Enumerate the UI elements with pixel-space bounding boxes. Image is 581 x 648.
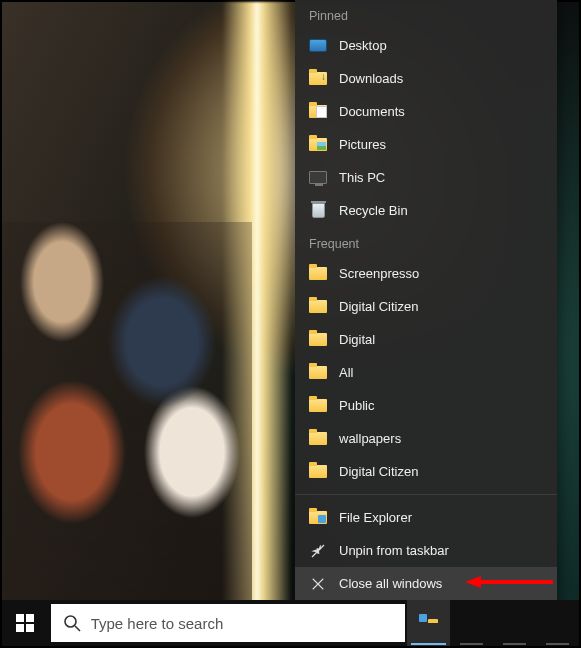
jumplist-item-documents[interactable]: Documents <box>295 95 557 128</box>
start-button[interactable] <box>2 600 49 646</box>
file-explorer-jumplist: Pinned Desktop Downloads Documents Pictu… <box>295 0 557 600</box>
folder-icon <box>309 265 327 283</box>
jumplist-item-label: Screenpresso <box>339 266 419 281</box>
folder-icon <box>309 397 327 415</box>
jumplist-item-frequent[interactable]: Digital Citizen <box>295 455 557 488</box>
jumplist-item-label: All <box>339 365 353 380</box>
svg-point-9 <box>65 616 76 627</box>
svg-rect-6 <box>26 614 34 622</box>
taskbar <box>2 600 579 646</box>
folder-icon <box>309 463 327 481</box>
folder-icon <box>309 430 327 448</box>
jumplist-item-label: Desktop <box>339 38 387 53</box>
jumplist-group-header-pinned: Pinned <box>295 0 557 29</box>
jumplist-unpin-from-taskbar[interactable]: Unpin from taskbar <box>295 534 557 567</box>
folder-icon <box>309 331 327 349</box>
jumplist-item-frequent[interactable]: Digital Citizen <box>295 290 557 323</box>
jumplist-close-all-windows[interactable]: Close all windows <box>295 567 557 600</box>
svg-rect-5 <box>16 614 24 622</box>
windows-logo-icon <box>16 614 34 632</box>
recycle-bin-icon <box>309 202 327 220</box>
jumplist-item-recycle-bin[interactable]: Recycle Bin <box>295 194 557 227</box>
jumplist-item-desktop[interactable]: Desktop <box>295 29 557 62</box>
jumplist-item-label: Close all windows <box>339 576 442 591</box>
jumplist-item-frequent[interactable]: wallpapers <box>295 422 557 455</box>
jumplist-item-label: Recycle Bin <box>339 203 408 218</box>
jumplist-item-label: Public <box>339 398 374 413</box>
folder-icon <box>309 298 327 316</box>
search-icon <box>63 614 81 632</box>
jumplist-item-frequent[interactable]: Screenpresso <box>295 257 557 290</box>
jumplist-separator <box>295 494 557 495</box>
search-input[interactable] <box>91 615 393 632</box>
file-explorer-taskbar-button[interactable] <box>407 600 450 646</box>
jumplist-item-frequent[interactable]: Public <box>295 389 557 422</box>
jumplist-group-header-frequent: Frequent <box>295 227 557 257</box>
jumplist-item-frequent[interactable]: Digital <box>295 323 557 356</box>
close-icon <box>309 575 327 593</box>
taskbar-search-box[interactable] <box>51 604 405 642</box>
svg-rect-7 <box>16 624 24 632</box>
downloads-icon <box>309 70 327 88</box>
file-explorer-icon <box>309 509 327 527</box>
jumplist-item-label: Pictures <box>339 137 386 152</box>
chrome-taskbar-button[interactable] <box>536 600 579 646</box>
jumplist-open-file-explorer[interactable]: File Explorer <box>295 501 557 534</box>
jumplist-item-this-pc[interactable]: This PC <box>295 161 557 194</box>
jumplist-item-frequent[interactable]: All <box>295 356 557 389</box>
slack-taskbar-button[interactable] <box>493 600 536 646</box>
jumplist-item-label: Digital Citizen <box>339 299 418 314</box>
svg-line-10 <box>75 626 80 631</box>
pictures-icon <box>309 136 327 154</box>
firefox-taskbar-button[interactable] <box>450 600 493 646</box>
jumplist-item-label: Unpin from taskbar <box>339 543 449 558</box>
jumplist-item-label: Digital Citizen <box>339 464 418 479</box>
jumplist-item-pictures[interactable]: Pictures <box>295 128 557 161</box>
jumplist-item-downloads[interactable]: Downloads <box>295 62 557 95</box>
unpin-icon <box>309 542 327 560</box>
jumplist-item-label: wallpapers <box>339 431 401 446</box>
jumplist-item-label: Digital <box>339 332 375 347</box>
jumplist-item-label: Documents <box>339 104 405 119</box>
documents-icon <box>309 103 327 121</box>
folder-icon <box>309 364 327 382</box>
jumplist-item-label: File Explorer <box>339 510 412 525</box>
desktop-icon <box>309 37 327 55</box>
this-pc-icon <box>309 169 327 187</box>
svg-rect-8 <box>26 624 34 632</box>
jumplist-item-label: This PC <box>339 170 385 185</box>
jumplist-item-label: Downloads <box>339 71 403 86</box>
